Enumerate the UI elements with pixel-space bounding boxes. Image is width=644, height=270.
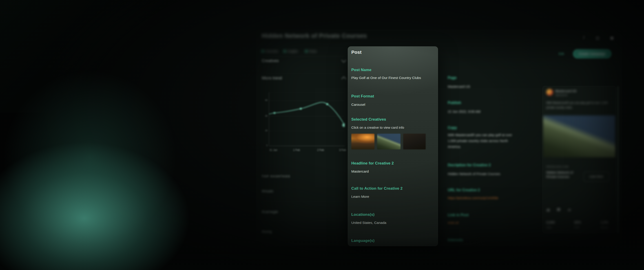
detail-value: 22 Jun 2022, 9:00 AM — [448, 109, 480, 114]
x-tick: 31 Jan — [268, 149, 278, 152]
trend-line-svg — [269, 92, 345, 147]
preview-page-name: Mastercard US — [555, 89, 576, 93]
preview-domain: PRICELESS.COM — [546, 165, 568, 168]
hashtag-item[interactable]: #carnegie — [262, 210, 278, 214]
x-tick: 3 Feb — [338, 149, 348, 152]
primary-action-button[interactable]: Create Campaign — [573, 49, 612, 59]
post-link[interactable]: mstr.cd — [448, 221, 458, 225]
top-hashtags-heading: TOP HASHTAGS — [262, 175, 290, 178]
y-tick: 60 — [264, 99, 268, 101]
post-preview-card: Mastercard US Sponsored With Mastercard®… — [542, 86, 616, 233]
campaign-window: Hidden Network of Private Courses ⤴ ◫ ▦ … — [256, 30, 622, 246]
detail-label: Page — [448, 76, 456, 80]
preview-cta-button[interactable]: Learn More — [584, 172, 609, 182]
tab-label: Insights — [288, 50, 298, 53]
preview-copy: With Mastercard® you can play golf at ov… — [546, 101, 612, 110]
post-name-label: Post Name — [351, 68, 372, 72]
modal-title: Post — [351, 50, 362, 55]
detail-value: Hidden Network of Private Courses — [448, 171, 517, 177]
tab-posts[interactable]: Posts — [305, 50, 317, 53]
y-tick: 20 — [264, 129, 268, 132]
preview-headline: Hidden Network of Private Courses — [546, 170, 582, 179]
preview-sponsored-label: Sponsored — [555, 94, 567, 96]
micro-trend-label: Micro trend — [262, 76, 282, 81]
tab-label: Overview — [266, 50, 278, 53]
like-icon — [546, 208, 550, 213]
apps-icon[interactable]: ◫ — [596, 36, 599, 40]
post-detail-modal: Post Post Name Play Golf at One of Our F… — [348, 46, 438, 246]
comment-icon — [556, 208, 561, 213]
post-format-label: Post Format — [351, 94, 374, 98]
micro-trend-section-header[interactable]: Micro trend — [262, 76, 346, 81]
creative-thumbnail-3[interactable] — [403, 134, 426, 149]
creatives-section-header[interactable]: Creatives — [262, 59, 346, 63]
edit-link[interactable]: Edit — [559, 52, 564, 56]
preview-stat-value: 1.2% — [601, 220, 608, 224]
tab-label: Posts — [309, 50, 317, 53]
detail-label: Publish — [448, 101, 461, 105]
preview-stat-value: 2,344 — [546, 220, 555, 224]
divider — [262, 220, 346, 221]
tab-check-icon — [305, 50, 307, 52]
menu-icon[interactable]: ▦ — [610, 36, 614, 40]
page-title: Hidden Network of Private Courses — [262, 32, 442, 39]
post-format-value: Carousel — [351, 103, 365, 107]
cta-value: Learn More — [351, 195, 369, 199]
preview-stat-value: 32% — [574, 220, 581, 224]
locations-value: United States, Canada — [351, 221, 386, 225]
detail-label: Copy — [448, 125, 457, 130]
ambient-glow — [0, 34, 214, 270]
detail-label: URL for Creative 2 — [448, 188, 480, 192]
top-left-tint — [0, 0, 202, 112]
headline-value: Mastercard — [351, 169, 369, 174]
locations-label: Locations(s) — [351, 212, 374, 217]
x-tick: 1 Feb — [292, 149, 302, 152]
preview-stat-label: Shares — [601, 226, 608, 229]
scrollbar[interactable] — [616, 86, 619, 233]
share-icon — [567, 208, 571, 213]
detail-label: Decription for Creative 2 — [448, 163, 491, 167]
chevron-up-icon — [342, 76, 346, 81]
headline-label: Headline for Creative 2 — [351, 161, 394, 166]
micro-trend-chart: 60 40 20 0 31 Jan 1 Feb 2 Feb 3 Fe — [269, 92, 350, 153]
detail-label: Interests — [448, 238, 463, 242]
creative-url-link[interactable]: https://priceless.com/us/p/1A30bb — [448, 196, 498, 200]
tab-overview[interactable]: Overview — [262, 50, 278, 53]
creative-thumbnail-1[interactable] — [351, 134, 374, 149]
tab-check-icon — [262, 50, 264, 52]
y-tick: 40 — [264, 115, 268, 117]
post-name-value: Play Golf at One of Our Finest Country C… — [351, 76, 437, 80]
divider — [262, 73, 346, 73]
selected-creatives-label: Selected Creatives — [351, 117, 386, 122]
tab-check-icon — [284, 50, 286, 52]
hashtag-item[interactable]: #music — [262, 189, 273, 193]
selected-creatives-note: Click on a creative to view card info — [351, 125, 404, 129]
languages-label: Language(s) — [351, 238, 374, 243]
preview-stat-label: CTR — [574, 226, 579, 229]
chevron-down-icon — [342, 58, 346, 63]
detail-label: Link in Post — [448, 213, 469, 217]
preview-image — [543, 115, 615, 157]
post-details-column: Page Mastercard US Publish 22 Jun 2022, … — [448, 30, 517, 246]
divider — [262, 201, 346, 201]
primary-action-label: Create Campaign — [579, 52, 606, 56]
cta-label: Call to Action for Creative 2 — [351, 186, 402, 191]
y-tick: 0 — [264, 144, 268, 147]
divider — [546, 188, 612, 188]
x-tick: 2 Feb — [316, 149, 326, 152]
screen: Hidden Network of Private Courses ⤴ ◫ ▦ … — [0, 0, 644, 270]
hashtag-item[interactable]: #song — [262, 229, 272, 234]
teal-glow — [0, 117, 225, 270]
notifications-icon[interactable]: ⤴ — [583, 36, 585, 40]
detail-value: Mastercard US — [448, 84, 470, 90]
creatives-label: Creatives — [262, 59, 279, 63]
page-avatar — [546, 89, 553, 96]
creative-thumbnail-2[interactable] — [377, 134, 400, 149]
tab-insights[interactable]: Insights — [284, 50, 298, 53]
detail-value: With Mastercard® you can play golf at ov… — [448, 132, 515, 150]
preview-stat-label: Likes — [546, 226, 552, 229]
